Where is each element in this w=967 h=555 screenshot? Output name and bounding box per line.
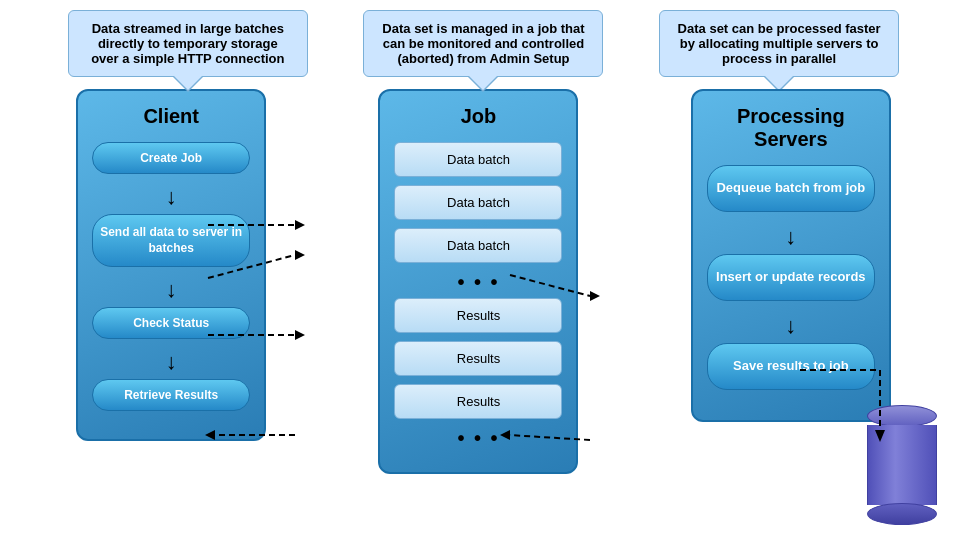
panel-client: Client Create Job ↓ Send all data to ser… [76, 89, 266, 441]
batch-item-1: Data batch [394, 142, 562, 177]
processing-title: Processing Servers [707, 105, 875, 151]
panel-job: Job Data batch Data batch Data batch • •… [378, 89, 578, 474]
send-data-button[interactable]: Send all data to server in batches [92, 214, 250, 267]
save-results-button[interactable]: Save results to job [707, 343, 875, 390]
panels-row: Client Create Job ↓ Send all data to ser… [10, 89, 957, 474]
create-job-button[interactable]: Create Job [92, 142, 250, 174]
db-top [867, 405, 937, 427]
arrow-down-2: ↓ [92, 277, 250, 303]
check-status-button[interactable]: Check Status [92, 307, 250, 339]
callouts-row: Data streamed in large batches directly … [10, 10, 957, 77]
dots-2: • • • [394, 427, 562, 450]
database [867, 405, 937, 525]
arrow-down-proc-2: ↓ [707, 313, 875, 339]
job-title: Job [394, 105, 562, 128]
callout-2: Data set is managed in a job that can be… [363, 10, 603, 77]
arrow-down-3: ↓ [92, 349, 250, 375]
retrieve-results-button[interactable]: Retrieve Results [92, 379, 250, 411]
panel-processing: Processing Servers Dequeue batch from jo… [691, 89, 891, 422]
batch-item-3: Data batch [394, 228, 562, 263]
result-item-1: Results [394, 298, 562, 333]
callout-3: Data set can be processed faster by allo… [659, 10, 899, 77]
db-bottom [867, 503, 937, 525]
arrow-down-proc-1: ↓ [707, 224, 875, 250]
client-title: Client [92, 105, 250, 128]
dots-1: • • • [394, 271, 562, 294]
arrow-down-1: ↓ [92, 184, 250, 210]
dequeue-button[interactable]: Dequeue batch from job [707, 165, 875, 212]
result-item-2: Results [394, 341, 562, 376]
batch-item-2: Data batch [394, 185, 562, 220]
result-item-3: Results [394, 384, 562, 419]
callout-1: Data streamed in large batches directly … [68, 10, 308, 77]
db-body [867, 425, 937, 505]
processing-servers-wrapper: Processing Servers Dequeue batch from jo… [691, 89, 891, 429]
diagram-container: Data streamed in large batches directly … [0, 0, 967, 555]
insert-update-button[interactable]: Insert or update records [707, 254, 875, 301]
